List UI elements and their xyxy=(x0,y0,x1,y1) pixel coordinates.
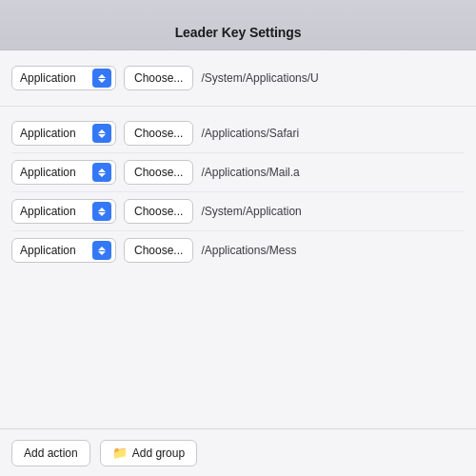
row-2-type-select[interactable]: Application xyxy=(11,199,116,224)
window: Leader Key Settings Application Choose..… xyxy=(0,0,476,476)
row-3-type-label: Application xyxy=(20,244,89,257)
row-1-path: /Applications/Mail.a xyxy=(201,166,465,179)
table-row: Application Choose... /Applications/Mail… xyxy=(11,153,465,192)
row-1-stepper-arrows xyxy=(98,169,106,177)
row-0-choose-button[interactable]: Choose... xyxy=(124,121,193,146)
arrow-down-icon xyxy=(98,173,106,177)
top-stepper-arrows xyxy=(98,74,106,83)
row-2-type-label: Application xyxy=(20,205,89,218)
table-row: Application Choose... /Applications/Mess xyxy=(11,231,465,269)
add-group-label: Add group xyxy=(132,446,185,460)
row-3-path: /Applications/Mess xyxy=(201,244,465,257)
arrow-down-icon xyxy=(98,212,106,216)
top-row: Application Choose... /System/Applicatio… xyxy=(0,50,476,107)
row-1-type-select[interactable]: Application xyxy=(11,160,116,185)
top-type-label: Application xyxy=(20,71,89,85)
arrow-up-icon xyxy=(98,208,106,211)
row-3-stepper-arrows xyxy=(98,247,106,255)
arrow-up-icon xyxy=(98,169,106,172)
arrow-up-icon xyxy=(98,129,106,133)
arrow-down-icon xyxy=(98,251,106,255)
row-3-choose-button[interactable]: Choose... xyxy=(124,238,193,263)
add-group-button[interactable]: 📁 Add group xyxy=(100,440,197,466)
add-action-label: Add action xyxy=(24,446,78,460)
row-0-path: /Applications/Safari xyxy=(201,127,465,140)
table-row: Application Choose... /System/Applicatio… xyxy=(11,192,465,231)
arrow-down-icon xyxy=(98,134,106,138)
row-1-type-label: Application xyxy=(20,166,89,179)
row-0-stepper[interactable] xyxy=(92,124,111,143)
folder-icon: 📁 xyxy=(112,446,128,460)
rows-section: Application Choose... /Applications/Safa… xyxy=(0,107,476,277)
bottom-bar: Add action 📁 Add group xyxy=(0,428,476,476)
arrow-up-icon xyxy=(98,247,106,250)
row-2-stepper[interactable] xyxy=(92,202,111,221)
window-title: Leader Key Settings xyxy=(175,25,302,40)
titlebar: Leader Key Settings xyxy=(0,0,476,50)
row-0-type-label: Application xyxy=(20,127,89,140)
row-1-choose-button[interactable]: Choose... xyxy=(124,160,193,185)
row-1-stepper[interactable] xyxy=(92,163,111,182)
top-choose-button[interactable]: Choose... xyxy=(124,66,193,90)
row-0-type-select[interactable]: Application xyxy=(11,121,116,146)
top-path: /System/Applications/U xyxy=(201,71,465,85)
top-stepper[interactable] xyxy=(92,69,111,88)
row-2-path: /System/Application xyxy=(201,205,465,218)
arrow-down-icon xyxy=(98,79,106,83)
table-row: Application Choose... /Applications/Safa… xyxy=(11,114,465,153)
add-action-button[interactable]: Add action xyxy=(11,440,90,466)
row-0-stepper-arrows xyxy=(98,129,106,138)
arrow-up-icon xyxy=(98,74,106,78)
row-3-stepper[interactable] xyxy=(92,241,111,260)
top-type-select[interactable]: Application xyxy=(11,66,116,90)
content-area: Application Choose... /System/Applicatio… xyxy=(0,50,476,428)
row-3-type-select[interactable]: Application xyxy=(11,238,116,263)
row-2-choose-button[interactable]: Choose... xyxy=(124,199,193,224)
row-2-stepper-arrows xyxy=(98,208,106,216)
